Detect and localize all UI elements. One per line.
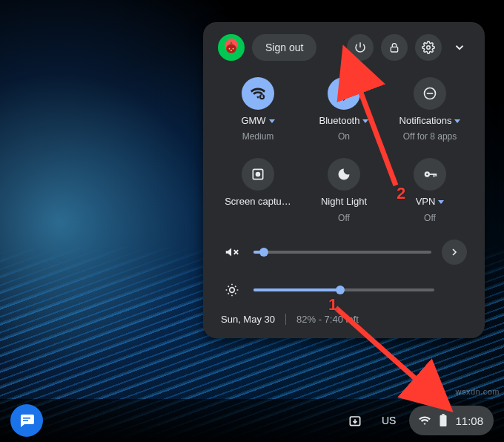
svg-rect-12: [429, 174, 436, 176]
strawberry-icon: [224, 40, 239, 55]
tile-label: Night Light: [321, 197, 367, 207]
panel-top-row: Sign out: [212, 34, 476, 71]
tile-sub: On: [338, 132, 350, 142]
volume-slider[interactable]: [253, 251, 431, 254]
brightness-row: [212, 274, 476, 306]
chevron-down-icon: [453, 41, 466, 54]
svg-point-0: [229, 48, 231, 50]
svg-rect-19: [23, 418, 30, 419]
annotation-label-2: 2: [397, 184, 405, 203]
power-icon: [354, 41, 367, 54]
night-light-icon: [328, 158, 360, 191]
chat-bubble-icon: [18, 412, 36, 429]
svg-point-4: [427, 46, 431, 50]
gear-icon: [422, 41, 435, 54]
brightness-icon: [221, 283, 243, 297]
collapse-button[interactable]: [449, 41, 470, 54]
settings-button[interactable]: [415, 34, 442, 61]
svg-rect-6: [261, 96, 263, 98]
annotation-label-1: 1: [328, 295, 337, 314]
bluetooth-icon: [328, 77, 360, 110]
svg-rect-23: [442, 414, 445, 415]
svg-rect-22: [440, 415, 447, 426]
do-not-disturb-icon: [414, 77, 446, 110]
svg-point-1: [233, 48, 234, 50]
svg-point-2: [231, 50, 232, 51]
tile-label: GMW: [241, 116, 265, 126]
tile-sub: Off for 8 apps: [403, 132, 457, 142]
chevron-down-icon: [362, 119, 368, 123]
svg-point-18: [230, 288, 235, 293]
svg-rect-20: [23, 420, 28, 421]
screen-capture-icon: [242, 158, 274, 191]
watermark: wsxdn.com: [455, 387, 500, 396]
chevron-down-icon: [454, 119, 460, 123]
svg-point-10: [256, 173, 260, 177]
lock-icon: [388, 42, 400, 53]
tile-sub: Off: [424, 214, 436, 223]
brightness-slider[interactable]: [253, 288, 434, 291]
sign-out-button[interactable]: Sign out: [252, 34, 316, 61]
tile-sub: Off: [338, 214, 350, 223]
volume-row: [212, 231, 476, 274]
chevron-down-icon: [269, 119, 275, 123]
svg-rect-3: [391, 47, 397, 52]
wifi-icon: [242, 77, 274, 110]
holding-space-button[interactable]: [342, 407, 368, 434]
tile-label: Screen captu…: [225, 197, 291, 207]
volume-mute-icon: [224, 244, 240, 260]
battery-icon: [439, 414, 448, 427]
ime-button[interactable]: US: [376, 407, 402, 434]
tile-label: Notifications: [399, 116, 452, 126]
svg-point-15: [426, 174, 428, 175]
tile-bluetooth[interactable]: Bluetooth On: [302, 77, 385, 142]
status-area[interactable]: 11:08: [409, 406, 494, 435]
chevron-right-icon: [448, 246, 460, 258]
messages-app-icon[interactable]: [10, 404, 43, 437]
tile-sub: Medium: [242, 132, 274, 142]
quick-settings-panel: Sign out GMW Medium Blueto: [203, 22, 485, 338]
svg-rect-13: [434, 174, 435, 178]
quick-settings-tiles: GMW Medium Bluetooth On Notifications Of…: [212, 71, 476, 231]
panel-date: Sun, May 30: [221, 314, 275, 325]
ime-label: US: [382, 415, 396, 426]
user-avatar[interactable]: [218, 34, 245, 61]
tile-notifications[interactable]: Notifications Off for 8 apps: [388, 77, 471, 142]
tile-screen-capture[interactable]: Screen captu…: [216, 158, 299, 222]
vpn-key-icon: [414, 158, 446, 191]
tile-label: Bluetooth: [319, 116, 360, 126]
panel-bottom-row: Sun, May 30 82% - 7:40 left: [212, 306, 476, 325]
svg-rect-14: [435, 174, 437, 177]
clock: 11:08: [455, 415, 483, 427]
tile-network[interactable]: GMW Medium: [216, 77, 299, 142]
tote-icon: [348, 413, 362, 428]
lock-button[interactable]: [381, 34, 408, 61]
wifi-icon: [418, 414, 431, 427]
audio-settings-button[interactable]: [442, 240, 467, 265]
tile-night-light[interactable]: Night Light Off: [302, 158, 385, 222]
shelf: US 11:08: [0, 399, 504, 442]
volume-mute-button[interactable]: [221, 244, 243, 260]
sign-out-label: Sign out: [265, 42, 303, 53]
panel-battery-text: 82% - 7:40 left: [285, 314, 359, 325]
tile-label: VPN: [416, 197, 436, 207]
chevron-down-icon: [438, 200, 444, 204]
power-button[interactable]: [347, 34, 374, 61]
